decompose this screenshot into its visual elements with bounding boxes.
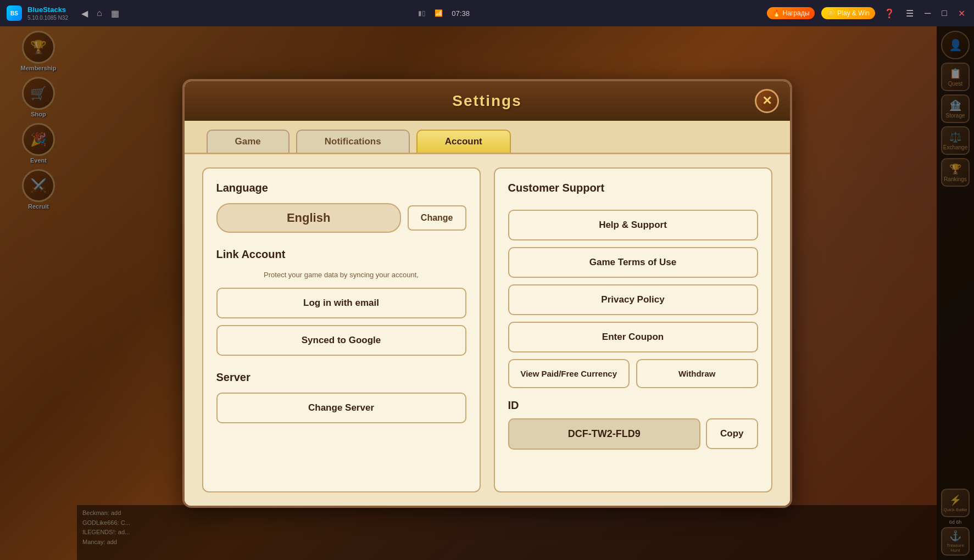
enter-coupon-button[interactable]: Enter Coupon <box>508 322 758 352</box>
privacy-policy-button[interactable]: Privacy Policy <box>508 284 758 315</box>
wifi-icon: 📶 <box>435 9 443 17</box>
playwin-button[interactable]: 🪙 Play & Win <box>821 7 875 19</box>
rewards-button[interactable]: 🔥 Награды <box>767 7 815 19</box>
topbar-right: 🔥 Награды 🪙 Play & Win ❓ ☰ ─ □ ✕ <box>767 6 967 21</box>
tab-game[interactable]: Game <box>207 130 290 153</box>
language-section-title: Language <box>216 182 466 194</box>
modal-title: Settings <box>452 92 521 109</box>
link-account-section: Link Account Protect your game data by s… <box>216 248 466 356</box>
bluestacks-topbar: BS BlueStacks 5.10.0.1085 N32 ◀ ⌂ ▦ ▮▯ 📶… <box>0 0 974 26</box>
nav-icons: ◀ ⌂ ▦ <box>79 6 121 21</box>
apps-icon[interactable]: ▦ <box>109 6 121 21</box>
server-section: Server Change Server <box>216 371 466 423</box>
bluestacks-title: BlueStacks <box>27 5 68 14</box>
modal-body: Language English Change Link Account Pro… <box>185 154 790 506</box>
language-display: English <box>216 203 401 233</box>
bluestacks-version: 5.10.0.1085 N32 <box>27 15 68 21</box>
language-row: English Change <box>216 203 466 233</box>
tabs-row: Game Notifications Account <box>185 121 790 154</box>
modal-overlay: Settings ✕ Game Notifications Account La… <box>0 26 974 560</box>
currency-withdraw-row: View Paid/Free Currency Withdraw <box>508 359 758 388</box>
withdraw-button[interactable]: Withdraw <box>636 359 758 388</box>
topbar-center: ▮▯ 📶 07:38 <box>127 9 761 18</box>
id-value: DCF-TW2-FLD9 <box>508 418 701 450</box>
back-icon[interactable]: ◀ <box>79 6 90 21</box>
help-icon[interactable]: ❓ <box>882 6 897 21</box>
change-language-button[interactable]: Change <box>408 205 466 231</box>
system-time: 07:38 <box>452 9 470 18</box>
id-section-title: ID <box>508 399 758 412</box>
id-row: DCF-TW2-FLD9 Copy <box>508 418 758 450</box>
home-icon[interactable]: ⌂ <box>94 6 104 21</box>
modal-close-button[interactable]: ✕ <box>755 89 779 113</box>
link-account-title: Link Account <box>216 248 466 261</box>
sync-google-button[interactable]: Synced to Google <box>216 325 466 356</box>
customer-support-title: Customer Support <box>508 182 758 194</box>
id-section: ID DCF-TW2-FLD9 Copy <box>508 399 758 450</box>
view-currency-button[interactable]: View Paid/Free Currency <box>508 359 630 388</box>
language-section: Language English Change <box>216 182 466 233</box>
bluestacks-logo: BS <box>7 5 22 21</box>
left-panel: Language English Change Link Account Pro… <box>202 167 481 492</box>
maximize-icon[interactable]: □ <box>939 6 949 20</box>
right-panel: Customer Support Help & Support Game Ter… <box>494 167 772 492</box>
settings-modal: Settings ✕ Game Notifications Account La… <box>182 79 792 508</box>
link-account-description: Protect your game data by syncing your a… <box>216 270 466 281</box>
close-icon[interactable]: ✕ <box>956 6 967 21</box>
minimize-icon[interactable]: ─ <box>922 6 933 20</box>
copy-id-button[interactable]: Copy <box>706 418 758 449</box>
terms-button[interactable]: Game Terms of Use <box>508 247 758 278</box>
menu-icon[interactable]: ☰ <box>904 6 916 21</box>
help-support-button[interactable]: Help & Support <box>508 210 758 240</box>
tab-account[interactable]: Account <box>416 130 511 153</box>
battery-icon: ▮▯ <box>418 9 426 17</box>
server-section-title: Server <box>216 371 466 384</box>
change-server-button[interactable]: Change Server <box>216 393 466 423</box>
login-email-button[interactable]: Log in with email <box>216 288 466 318</box>
tab-notifications[interactable]: Notifications <box>296 130 410 153</box>
modal-header: Settings ✕ <box>185 81 790 121</box>
